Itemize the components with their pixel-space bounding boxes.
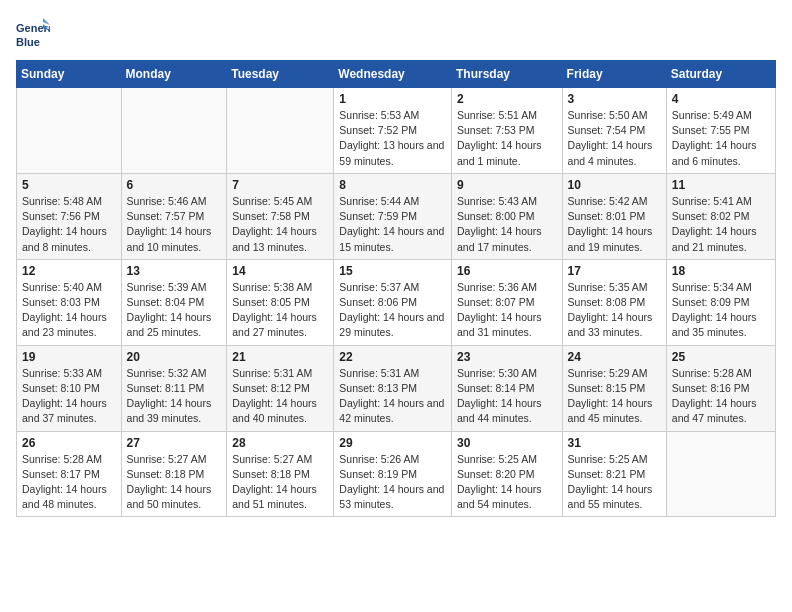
sunset-text: Sunset: 8:05 PM (232, 295, 328, 310)
page-header: General Blue (16, 16, 776, 52)
sunset-text: Sunset: 8:14 PM (457, 381, 557, 396)
calendar-cell: 4Sunrise: 5:49 AMSunset: 7:55 PMDaylight… (666, 88, 775, 174)
sunrise-text: Sunrise: 5:28 AM (22, 452, 116, 467)
day-info: Sunrise: 5:53 AMSunset: 7:52 PMDaylight:… (339, 108, 446, 169)
calendar-cell: 5Sunrise: 5:48 AMSunset: 7:56 PMDaylight… (17, 173, 122, 259)
sunset-text: Sunset: 8:00 PM (457, 209, 557, 224)
day-info: Sunrise: 5:31 AMSunset: 8:13 PMDaylight:… (339, 366, 446, 427)
calendar-cell (227, 88, 334, 174)
day-info: Sunrise: 5:28 AMSunset: 8:16 PMDaylight:… (672, 366, 770, 427)
sunrise-text: Sunrise: 5:50 AM (568, 108, 661, 123)
day-info: Sunrise: 5:37 AMSunset: 8:06 PMDaylight:… (339, 280, 446, 341)
daylight-text: Daylight: 14 hours and 54 minutes. (457, 482, 557, 512)
day-info: Sunrise: 5:36 AMSunset: 8:07 PMDaylight:… (457, 280, 557, 341)
header-tuesday: Tuesday (227, 61, 334, 88)
calendar-cell: 29Sunrise: 5:26 AMSunset: 8:19 PMDayligh… (334, 431, 452, 517)
day-info: Sunrise: 5:46 AMSunset: 7:57 PMDaylight:… (127, 194, 222, 255)
daylight-text: Daylight: 14 hours and 42 minutes. (339, 396, 446, 426)
sunset-text: Sunset: 8:13 PM (339, 381, 446, 396)
calendar-table: SundayMondayTuesdayWednesdayThursdayFrid… (16, 60, 776, 517)
day-number: 18 (672, 264, 770, 278)
daylight-text: Daylight: 14 hours and 13 minutes. (232, 224, 328, 254)
daylight-text: Daylight: 14 hours and 37 minutes. (22, 396, 116, 426)
calendar-cell: 9Sunrise: 5:43 AMSunset: 8:00 PMDaylight… (451, 173, 562, 259)
sunset-text: Sunset: 8:06 PM (339, 295, 446, 310)
day-number: 2 (457, 92, 557, 106)
day-info: Sunrise: 5:43 AMSunset: 8:00 PMDaylight:… (457, 194, 557, 255)
day-number: 15 (339, 264, 446, 278)
sunrise-text: Sunrise: 5:49 AM (672, 108, 770, 123)
day-number: 20 (127, 350, 222, 364)
day-info: Sunrise: 5:35 AMSunset: 8:08 PMDaylight:… (568, 280, 661, 341)
sunset-text: Sunset: 7:55 PM (672, 123, 770, 138)
day-number: 10 (568, 178, 661, 192)
sunset-text: Sunset: 8:01 PM (568, 209, 661, 224)
sunset-text: Sunset: 7:58 PM (232, 209, 328, 224)
daylight-text: Daylight: 14 hours and 39 minutes. (127, 396, 222, 426)
sunrise-text: Sunrise: 5:31 AM (232, 366, 328, 381)
calendar-cell: 18Sunrise: 5:34 AMSunset: 8:09 PMDayligh… (666, 259, 775, 345)
day-info: Sunrise: 5:27 AMSunset: 8:18 PMDaylight:… (127, 452, 222, 513)
day-info: Sunrise: 5:40 AMSunset: 8:03 PMDaylight:… (22, 280, 116, 341)
sunset-text: Sunset: 8:11 PM (127, 381, 222, 396)
sunrise-text: Sunrise: 5:26 AM (339, 452, 446, 467)
calendar-cell: 21Sunrise: 5:31 AMSunset: 8:12 PMDayligh… (227, 345, 334, 431)
day-info: Sunrise: 5:31 AMSunset: 8:12 PMDaylight:… (232, 366, 328, 427)
day-number: 23 (457, 350, 557, 364)
calendar-cell: 3Sunrise: 5:50 AMSunset: 7:54 PMDaylight… (562, 88, 666, 174)
sunrise-text: Sunrise: 5:38 AM (232, 280, 328, 295)
calendar-cell: 2Sunrise: 5:51 AMSunset: 7:53 PMDaylight… (451, 88, 562, 174)
daylight-text: Daylight: 14 hours and 8 minutes. (22, 224, 116, 254)
day-info: Sunrise: 5:25 AMSunset: 8:21 PMDaylight:… (568, 452, 661, 513)
daylight-text: Daylight: 14 hours and 35 minutes. (672, 310, 770, 340)
sunrise-text: Sunrise: 5:25 AM (457, 452, 557, 467)
logo-wrapper: General Blue (16, 16, 50, 52)
day-info: Sunrise: 5:48 AMSunset: 7:56 PMDaylight:… (22, 194, 116, 255)
header-friday: Friday (562, 61, 666, 88)
day-number: 24 (568, 350, 661, 364)
calendar-cell: 16Sunrise: 5:36 AMSunset: 8:07 PMDayligh… (451, 259, 562, 345)
calendar-cell (17, 88, 122, 174)
sunrise-text: Sunrise: 5:35 AM (568, 280, 661, 295)
day-info: Sunrise: 5:38 AMSunset: 8:05 PMDaylight:… (232, 280, 328, 341)
day-info: Sunrise: 5:42 AMSunset: 8:01 PMDaylight:… (568, 194, 661, 255)
sunset-text: Sunset: 7:56 PM (22, 209, 116, 224)
day-number: 25 (672, 350, 770, 364)
daylight-text: Daylight: 14 hours and 47 minutes. (672, 396, 770, 426)
day-number: 8 (339, 178, 446, 192)
daylight-text: Daylight: 14 hours and 48 minutes. (22, 482, 116, 512)
calendar-week-2: 5Sunrise: 5:48 AMSunset: 7:56 PMDaylight… (17, 173, 776, 259)
calendar-cell: 27Sunrise: 5:27 AMSunset: 8:18 PMDayligh… (121, 431, 227, 517)
day-number: 5 (22, 178, 116, 192)
day-info: Sunrise: 5:49 AMSunset: 7:55 PMDaylight:… (672, 108, 770, 169)
sunset-text: Sunset: 7:53 PM (457, 123, 557, 138)
sunrise-text: Sunrise: 5:46 AM (127, 194, 222, 209)
sunrise-text: Sunrise: 5:31 AM (339, 366, 446, 381)
daylight-text: Daylight: 14 hours and 51 minutes. (232, 482, 328, 512)
day-number: 27 (127, 436, 222, 450)
daylight-text: Daylight: 14 hours and 50 minutes. (127, 482, 222, 512)
sunrise-text: Sunrise: 5:53 AM (339, 108, 446, 123)
daylight-text: Daylight: 14 hours and 6 minutes. (672, 138, 770, 168)
day-info: Sunrise: 5:51 AMSunset: 7:53 PMDaylight:… (457, 108, 557, 169)
sunset-text: Sunset: 8:04 PM (127, 295, 222, 310)
sunset-text: Sunset: 8:21 PM (568, 467, 661, 482)
sunrise-text: Sunrise: 5:33 AM (22, 366, 116, 381)
logo: General Blue (16, 16, 50, 52)
daylight-text: Daylight: 14 hours and 19 minutes. (568, 224, 661, 254)
day-number: 9 (457, 178, 557, 192)
calendar-cell: 24Sunrise: 5:29 AMSunset: 8:15 PMDayligh… (562, 345, 666, 431)
day-number: 7 (232, 178, 328, 192)
day-info: Sunrise: 5:44 AMSunset: 7:59 PMDaylight:… (339, 194, 446, 255)
sunset-text: Sunset: 8:02 PM (672, 209, 770, 224)
sunset-text: Sunset: 7:54 PM (568, 123, 661, 138)
day-number: 30 (457, 436, 557, 450)
day-info: Sunrise: 5:28 AMSunset: 8:17 PMDaylight:… (22, 452, 116, 513)
day-info: Sunrise: 5:50 AMSunset: 7:54 PMDaylight:… (568, 108, 661, 169)
calendar-cell: 13Sunrise: 5:39 AMSunset: 8:04 PMDayligh… (121, 259, 227, 345)
calendar-cell: 1Sunrise: 5:53 AMSunset: 7:52 PMDaylight… (334, 88, 452, 174)
sunrise-text: Sunrise: 5:27 AM (127, 452, 222, 467)
day-info: Sunrise: 5:27 AMSunset: 8:18 PMDaylight:… (232, 452, 328, 513)
calendar-cell (666, 431, 775, 517)
header-monday: Monday (121, 61, 227, 88)
